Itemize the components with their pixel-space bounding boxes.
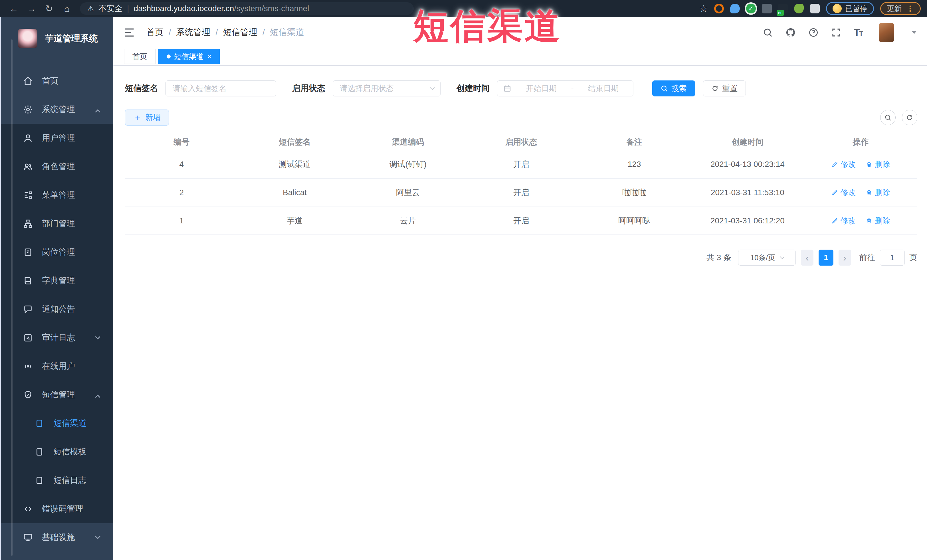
extension-on-badge: on <box>777 10 784 16</box>
trash-icon <box>866 189 872 196</box>
add-button[interactable]: ＋ 新增 <box>125 109 169 126</box>
browser-home-icon[interactable]: ⌂ <box>59 1 74 16</box>
browser-forward-icon[interactable]: → <box>24 1 39 16</box>
sidebar-item-departments[interactable]: 部门管理 <box>1 209 113 238</box>
breadcrumb-sms[interactable]: 短信管理 <box>223 27 257 38</box>
sidebar-item-menus[interactable]: 菜单管理 <box>1 181 113 209</box>
sidebar-item-label: 短信模板 <box>53 446 87 458</box>
hamburger-icon[interactable] <box>123 28 135 37</box>
help-icon[interactable] <box>808 27 819 38</box>
table-body: 4 测试渠道 调试(钉钉) 开启 123 2021-04-13 00:23:14… <box>125 150 917 235</box>
chevron-down-icon <box>430 85 435 90</box>
shield-check-icon <box>23 390 33 400</box>
cell-code: 阿里云 <box>351 187 465 198</box>
menu-tree-icon <box>23 190 33 200</box>
edit-link[interactable]: 修改 <box>831 187 856 198</box>
badge-icon <box>23 247 33 257</box>
user-avatar[interactable] <box>879 23 894 42</box>
browser-back-icon[interactable]: ← <box>6 1 21 16</box>
delete-link[interactable]: 删除 <box>866 216 890 226</box>
tab-close-icon[interactable]: × <box>207 52 211 61</box>
sidebar-item-system[interactable]: 系统管理 <box>1 95 113 124</box>
cell-status: 开启 <box>465 187 578 198</box>
toggle-search-button[interactable] <box>880 110 896 125</box>
extension-icon[interactable] <box>730 4 740 14</box>
breadcrumb-home[interactable]: 首页 <box>146 27 164 38</box>
chevron-up-icon <box>95 395 100 400</box>
right-toolbar <box>880 110 917 125</box>
page-size-select[interactable]: 10条/页 <box>738 250 796 266</box>
security-warning-icon[interactable]: ⚠ <box>87 4 94 13</box>
delete-link[interactable]: 删除 <box>866 187 890 198</box>
delete-link-label: 删除 <box>875 187 890 198</box>
cell-remark: 123 <box>578 160 691 169</box>
avatar-caret-icon[interactable] <box>912 31 917 34</box>
sidebar-item-sms-channel[interactable]: 短信渠道 <box>1 409 113 438</box>
active-tab-dot <box>167 55 171 58</box>
extensions-puzzle-icon[interactable] <box>810 4 820 14</box>
next-page-button[interactable]: › <box>839 250 851 266</box>
cell-id: 1 <box>125 216 238 225</box>
page-number-active[interactable]: 1 <box>819 250 833 266</box>
github-icon[interactable] <box>786 27 796 38</box>
date-range-picker[interactable]: 开始日期 - 结束日期 <box>497 80 634 96</box>
sidebar-item-users[interactable]: 用户管理 <box>1 124 113 152</box>
sidebar-item-roles[interactable]: 角色管理 <box>1 152 113 181</box>
extension-icon[interactable] <box>714 4 724 14</box>
sidebar-item-error-codes[interactable]: 错误码管理 <box>1 495 113 523</box>
bookmark-star-icon[interactable]: ☆ <box>699 3 708 14</box>
extension-icon[interactable]: on <box>778 4 788 14</box>
extension-icon[interactable]: ✓ <box>746 4 756 14</box>
extension-icon[interactable] <box>762 4 772 14</box>
sidebar-submenu-system: 用户管理 角色管理 菜单管理 部门管理 <box>1 124 113 523</box>
security-label[interactable]: 不安全 <box>99 3 122 14</box>
page-content: 短信签名 启用状态 请选择启用状态 创建时间 <box>113 65 927 266</box>
edit-link[interactable]: 修改 <box>831 216 856 226</box>
sidebar-item-label: 基础设施 <box>42 532 75 543</box>
delete-link[interactable]: 删除 <box>866 159 890 170</box>
sidebar-item-sms-log[interactable]: 短信日志 <box>1 466 113 495</box>
sidebar-item-home[interactable]: 首页 <box>1 67 113 95</box>
sidebar-item-dictionaries[interactable]: 字典管理 <box>1 266 113 295</box>
address-bar[interactable]: ⚠ 不安全 | dashboard.yudao.iocoder.cn/syste… <box>80 2 414 15</box>
sidebar-item-posts[interactable]: 岗位管理 <box>1 238 113 266</box>
search-button-label: 搜索 <box>671 83 687 94</box>
breadcrumb-system[interactable]: 系统管理 <box>176 27 210 38</box>
cell-created: 2021-04-13 00:23:14 <box>691 160 804 169</box>
search-icon[interactable] <box>763 27 773 38</box>
sidebar-item-infrastructure[interactable]: 基础设施 <box>1 523 113 552</box>
profile-paused-pill[interactable]: 已暂停 <box>826 2 874 15</box>
sms-channel-table: 编号 短信签名 渠道编码 启用状态 备注 创建时间 操作 4 测试渠道 调试(钉… <box>125 134 917 235</box>
status-select[interactable]: 请选择启用状态 <box>333 80 441 96</box>
fullscreen-icon[interactable] <box>831 27 841 38</box>
font-size-icon[interactable]: TT <box>854 27 863 38</box>
app-logo-row[interactable]: 芋道管理系统 <box>1 17 113 60</box>
update-button[interactable]: 更新 ⋮ <box>880 2 921 15</box>
refresh-table-button[interactable] <box>902 110 917 125</box>
edit-link[interactable]: 修改 <box>831 159 856 170</box>
browser-reload-icon[interactable]: ↻ <box>42 1 56 16</box>
search-button[interactable]: 搜索 <box>652 80 695 96</box>
cell-code: 云片 <box>351 216 465 226</box>
sidebar-item-sms-template[interactable]: 短信模板 <box>1 438 113 466</box>
filter-created-time: 创建时间 开始日期 - 结束日期 <box>456 80 634 96</box>
extension-icon[interactable] <box>794 4 804 14</box>
tab-home[interactable]: 首页 <box>124 49 155 64</box>
reset-button[interactable]: 重置 <box>703 80 746 96</box>
sidebar-item-notices[interactable]: 通知公告 <box>1 295 113 323</box>
sidebar-scrollbar[interactable] <box>11 39 12 556</box>
breadcrumb-separator: / <box>169 28 171 37</box>
sidebar-item-label: 通知公告 <box>42 304 75 315</box>
sidebar-item-online-users[interactable]: 在线用户 <box>1 352 113 381</box>
status-label: 启用状态 <box>292 83 325 94</box>
sidebar-item-audit-logs[interactable]: 审计日志 <box>1 323 113 352</box>
prev-page-button[interactable]: ‹ <box>801 250 813 266</box>
goto-page-input[interactable] <box>880 250 905 266</box>
url-text[interactable]: dashboard.yudao.iocoder.cn/system/sms-ch… <box>134 4 309 13</box>
sidebar-item-sms[interactable]: 短信管理 <box>1 381 113 409</box>
url-host: dashboard.yudao.iocoder.cn <box>134 4 234 13</box>
signature-input[interactable] <box>166 80 276 96</box>
status-select-placeholder: 请选择启用状态 <box>340 83 394 94</box>
browser-menu-kebab-icon[interactable]: ⋮ <box>906 4 914 14</box>
tab-sms-channel[interactable]: 短信渠道 × <box>158 49 220 64</box>
